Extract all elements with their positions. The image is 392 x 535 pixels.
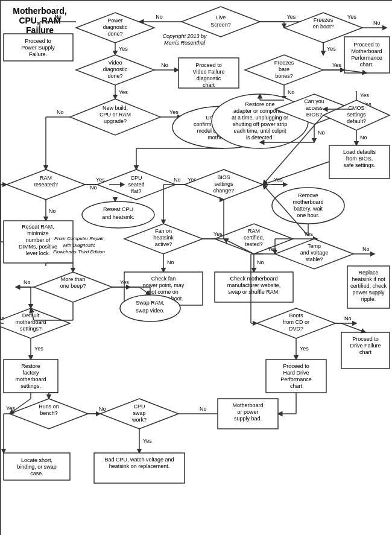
svg-text:settings?: settings? [20,326,42,332]
copyright: Copyright 2013 by [162,33,207,39]
svg-text:No: No [344,315,352,321]
svg-text:Proceed to: Proceed to [353,42,380,48]
svg-text:CPU: CPU [130,175,142,181]
svg-text:Yes: Yes [327,46,336,52]
svg-text:safe settings.: safe settings. [343,162,375,168]
svg-text:motherboard: motherboard [292,199,323,205]
svg-text:number of: number of [26,237,51,243]
svg-text:settings: settings [347,112,366,118]
svg-text:done?: done? [107,73,122,79]
svg-text:More than: More than [61,276,86,282]
svg-text:is detected.: is detected. [246,135,274,141]
svg-text:work?: work? [131,417,147,423]
svg-text:Performance: Performance [351,55,382,61]
svg-text:No: No [360,135,367,141]
svg-text:battery, wait: battery, wait [294,206,323,212]
copyright2: Morris Rosenthal [164,40,206,46]
svg-text:Check fan: Check fan [151,276,176,282]
svg-text:Can you: Can you [304,98,324,104]
svg-text:chart: chart [359,349,372,355]
svg-text:Freezes: Freezes [274,60,294,66]
svg-text:chart: chart [203,82,215,88]
svg-text:Yes: Yes [120,279,129,285]
svg-text:No: No [99,406,106,412]
svg-text:BIOS: BIOS [217,174,230,180]
svg-text:Yes: Yes [143,438,152,444]
svg-text:No: No [90,185,97,191]
svg-text:case.: case. [30,470,43,476]
svg-text:swap or shuffle RAM.: swap or shuffle RAM. [228,289,279,295]
svg-text:bare: bare [279,66,289,72]
svg-text:bones?: bones? [275,73,293,79]
svg-text:No: No [54,14,62,20]
svg-text:ripple.: ripple. [361,296,376,302]
svg-text:Yes: Yes [119,46,128,52]
svg-text:Drive Failure: Drive Failure [350,343,381,349]
svg-text:from BIOS,: from BIOS, [346,156,373,162]
svg-text:Flowcharts Third Edition: Flowcharts Third Edition [53,249,105,255]
svg-text:No: No [167,259,174,265]
svg-text:heatsink: heatsink [153,235,174,241]
svg-text:Video Failure: Video Failure [193,69,225,75]
svg-text:Yes: Yes [287,14,296,20]
flowchart-container: Motherboard, CPU, RAM Failure Copyright … [0,0,392,535]
svg-text:not come on: not come on [148,289,179,295]
svg-text:certified, check: certified, check [350,283,387,289]
svg-text:No: No [318,130,325,136]
svg-text:Fan on: Fan on [155,228,172,234]
svg-text:seated: seated [128,182,144,188]
svg-text:No: No [174,177,181,183]
svg-text:BIOS?: BIOS? [306,112,323,118]
svg-text:Proceed to: Proceed to [25,38,51,44]
svg-text:Default: Default [22,312,40,318]
svg-text:Motherboard: Motherboard [351,48,382,54]
svg-text:CPU: CPU [133,404,145,410]
svg-text:Yes: Yes [360,92,369,98]
svg-text:Freezes: Freezes [314,17,334,23]
svg-text:Reseat CPU: Reseat CPU [103,206,133,212]
svg-text:Boots: Boots [289,312,303,318]
svg-text:heatsink on replacement.: heatsink on replacement. [109,463,170,469]
svg-text:at a time, unplugging or: at a time, unplugging or [232,115,288,121]
svg-text:one hour.: one hour. [297,212,320,218]
svg-text:No: No [156,14,163,20]
svg-text:Replace: Replace [358,270,378,276]
svg-text:Yes: Yes [300,346,309,352]
from-text: From Computer Repair [54,236,104,241]
svg-text:Video: Video [109,60,122,66]
svg-text:each time, until culprit: each time, until culprit [233,128,286,134]
svg-text:on boot?: on boot? [312,24,334,30]
svg-text:minimize: minimize [27,230,49,236]
svg-text:No: No [200,406,207,412]
svg-text:upgrade?: upgrade? [104,118,127,124]
svg-text:No: No [257,259,264,265]
svg-text:Restore one: Restore one [245,101,274,107]
svg-text:No: No [161,62,168,68]
svg-text:Hard Drive: Hard Drive [283,370,309,376]
svg-text:No: No [362,246,370,252]
svg-text:diagnostic: diagnostic [103,66,128,72]
svg-text:DIMMs, positive: DIMMs, positive [19,244,57,250]
svg-text:Restore: Restore [21,363,40,369]
svg-text:Check motherboard: Check motherboard [230,276,277,282]
svg-text:chart.: chart. [360,62,374,68]
svg-text:Proceed to: Proceed to [283,363,309,369]
svg-text:No: No [49,208,56,214]
svg-text:No: No [57,109,64,115]
svg-text:tested?: tested? [245,241,263,247]
svg-text:CPU or RAM: CPU or RAM [100,112,131,118]
svg-text:CMOS: CMOS [349,105,365,111]
svg-text:change?: change? [213,188,235,194]
svg-text:DVD?: DVD? [289,326,303,332]
svg-text:from CD or: from CD or [283,319,309,325]
svg-text:done?: done? [107,31,122,37]
svg-text:or power: or power [237,409,258,415]
svg-text:binding, or swap: binding, or swap [17,464,57,470]
svg-text:one beep?: one beep? [60,283,86,289]
svg-text:and voltage: and voltage [300,250,329,256]
svg-text:Yes: Yes [332,62,341,68]
svg-text:Locate short,: Locate short, [21,457,52,463]
svg-text:active?: active? [155,241,172,247]
svg-text:RAM: RAM [248,228,260,234]
svg-text:access: access [306,105,323,111]
